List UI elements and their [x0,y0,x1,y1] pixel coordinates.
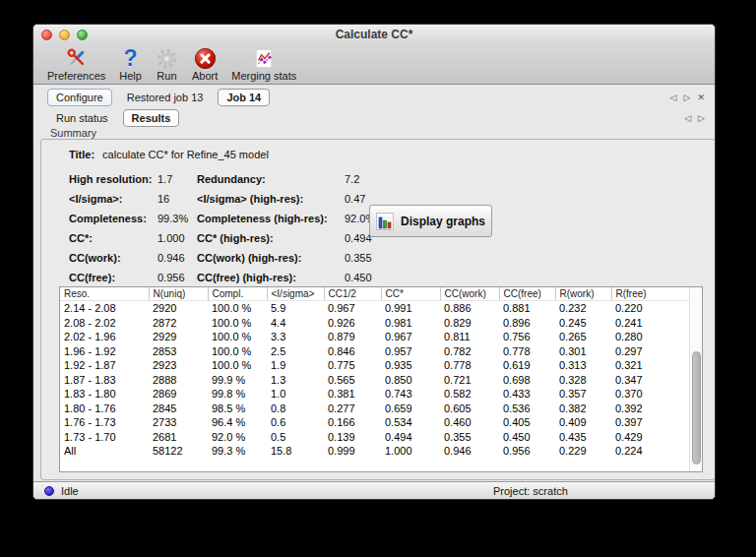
tab-job-14[interactable]: Job 14 [218,89,270,106]
table-cell: 0.846 [324,344,381,359]
tab-run-status[interactable]: Run status [47,109,117,127]
close-button[interactable] [41,30,52,40]
toolbar: Preferences ? Help Run [33,44,715,84]
column-header[interactable]: CC(free) [499,287,555,301]
abort-stop-icon [194,46,217,70]
table-cell: 0.935 [381,358,440,373]
tab-close-icon[interactable]: ✕ [697,93,705,102]
table-row[interactable]: 1.87 - 1.83288899.9 %1.30.5650.8500.7210… [60,373,690,388]
table-cell: 0.886 [440,301,499,316]
table-row[interactable]: All5812299.3 %15.80.9991.0000.9460.9560.… [60,444,690,459]
table-cell: 0.297 [611,344,690,359]
table-cell: 0.778 [499,344,555,359]
table-cell: 2853 [149,344,208,359]
column-header[interactable]: R(work) [555,287,611,301]
table-row[interactable]: 2.02 - 1.962929100.0 %3.30.8790.9670.811… [60,330,690,344]
table-row[interactable]: 2.14 - 2.082920100.0 %5.90.9670.9910.886… [60,301,690,316]
stat-value: 0.946 [158,252,197,264]
table-cell: 0.397 [611,415,690,430]
stat-value: 0.956 [158,272,197,283]
table-cell: 0.946 [440,444,499,459]
table-cell: 0.139 [324,430,381,445]
tab-restored-job-13[interactable]: Restored job 13 [118,89,213,106]
toolbar-label: Help [119,71,142,82]
tab-configure[interactable]: Configure [47,89,112,106]
table-cell: 0.328 [555,373,611,388]
stat-value: 16 [158,193,197,205]
table-cell: 0.896 [499,316,555,331]
column-header[interactable]: Reso. [60,287,149,301]
table-cell: 0.382 [555,402,611,416]
table-row[interactable]: 1.92 - 1.872923100.0 %1.90.7750.9350.778… [60,358,690,373]
subtab-scroll-right-icon[interactable]: ▷ [698,114,705,123]
tab-scroll-right-icon[interactable]: ▷ [684,93,691,102]
job-tab-nav: ◁ ▷ ✕ [670,93,715,102]
column-header[interactable]: CC(work) [440,287,499,301]
result-tab-bar: Run status Results ◁ ▷ [33,109,715,127]
table-scrollbar[interactable] [689,287,702,471]
table-cell: 0.232 [555,301,611,316]
table-cell: 2872 [149,316,208,331]
table-scrollbar-thumb[interactable] [692,351,701,464]
table-row[interactable]: 1.73 - 1.70268192.0 %0.50.1390.4940.3550… [60,430,690,445]
table-cell: 0.409 [555,415,611,430]
table-row[interactable]: 1.96 - 1.922853100.0 %2.50.8460.9570.782… [60,344,690,359]
toolbar-preferences-button[interactable]: Preferences [47,46,105,82]
table-cell: 0.778 [440,358,499,373]
toolbar-label: Abort [192,71,218,82]
table-cell: 0.433 [499,387,555,402]
table-cell: 0.981 [381,316,440,331]
column-header[interactable]: N(uniq) [149,287,208,301]
column-header[interactable]: R(free) [611,287,690,301]
table-cell: 92.0 % [208,430,267,445]
table-cell: 0.743 [381,387,440,402]
stat-label: CC(free): [69,272,158,283]
table-row[interactable]: 1.83 - 1.80286999.8 %1.00.3810.7430.5820… [60,387,690,402]
toolbar-abort-button[interactable]: Abort [192,46,218,82]
table-cell: 1.0 [267,387,324,402]
table-row[interactable]: 2.08 - 2.022872100.0 %4.40.9260.9810.829… [60,316,690,331]
table-cell: 100.0 % [208,344,267,359]
column-header[interactable]: CC1/2 [324,287,381,301]
table-cell: 0.881 [499,301,555,316]
result-tab-nav: ◁ ▷ [684,114,715,123]
table-row[interactable]: 1.80 - 1.76284598.5 %0.80.2770.6590.6050… [60,402,690,416]
tab-scroll-left-icon[interactable]: ◁ [670,93,677,102]
stat-value: 0.450 [345,272,375,283]
stat-value: 1.7 [158,173,197,185]
zoom-button[interactable] [77,30,88,40]
stat-label: CC(free) (high-res): [197,272,345,283]
table-cell: 0.957 [381,344,440,359]
column-header[interactable]: Compl. [208,287,267,301]
help-question-icon: ? [124,46,138,70]
table-cell: 0.991 [381,301,440,316]
display-graphs-label: Display graphs [401,215,485,228]
table-cell: 0.956 [499,444,555,459]
toolbar-label: Run [157,71,176,82]
tab-results[interactable]: Results [123,109,180,127]
table-cell: 2.02 - 1.96 [60,330,149,344]
column-header[interactable]: <I/sigma> [267,287,324,301]
toolbar-merging-stats-button[interactable]: Merging stats [231,46,296,82]
stat-value: 7.2 [345,173,375,185]
subtab-scroll-left-icon[interactable]: ◁ [684,114,691,123]
title-label: Title: [69,149,94,160]
project-label: Project: scratch [493,485,568,497]
window-chrome: Calculate CC* [33,25,715,85]
title-value: calculate CC* for Refine_45 model [102,149,269,160]
display-graphs-button[interactable]: Display graphs [369,205,492,237]
table-row[interactable]: 1.76 - 1.73273396.4 %0.60.1660.5340.4600… [60,415,690,430]
toolbar-help-button[interactable]: ? Help [119,46,142,82]
table-cell: 2888 [149,373,208,388]
minimize-button[interactable] [59,30,70,40]
title-bar[interactable]: Calculate CC* [33,25,715,44]
job-title-row: Title:calculate CC* for Refine_45 model [69,149,269,160]
table-cell: 1.76 - 1.73 [60,415,149,430]
results-table-head-row: Reso.N(uniq)Compl.<I/sigma>CC1/2CC*CC(wo… [60,287,690,301]
merging-stats-chart-icon [253,46,275,70]
table-cell: 0.370 [611,387,690,402]
table-cell: 2869 [149,387,208,402]
toolbar-run-button[interactable]: Run [156,46,178,82]
table-cell: 2923 [149,358,208,373]
column-header[interactable]: CC* [381,287,440,301]
